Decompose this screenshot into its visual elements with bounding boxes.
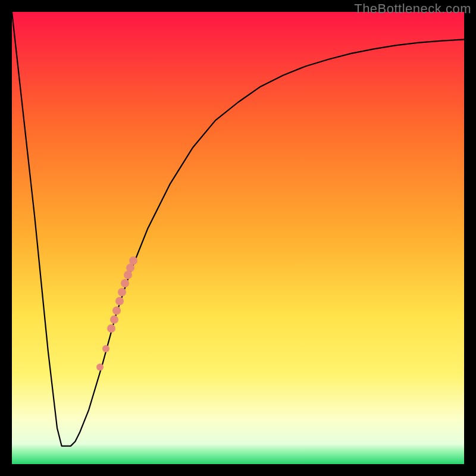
highlight-dot xyxy=(129,256,137,265)
highlight-dot xyxy=(107,324,115,333)
highlight-dot xyxy=(126,264,134,272)
highlight-dot xyxy=(118,288,126,296)
highlight-dot xyxy=(96,364,104,371)
bottleneck-curve xyxy=(12,12,464,464)
chart-frame: TheBottleneck.com xyxy=(0,0,476,476)
highlight-dot xyxy=(110,315,118,324)
highlight-dot xyxy=(112,306,121,315)
watermark-text: TheBottleneck.com xyxy=(354,1,471,17)
highlight-dot xyxy=(115,297,124,305)
plot-area xyxy=(12,12,464,464)
highlight-dot xyxy=(102,345,109,352)
highlight-dot xyxy=(121,279,129,287)
highlight-dot xyxy=(124,271,132,279)
